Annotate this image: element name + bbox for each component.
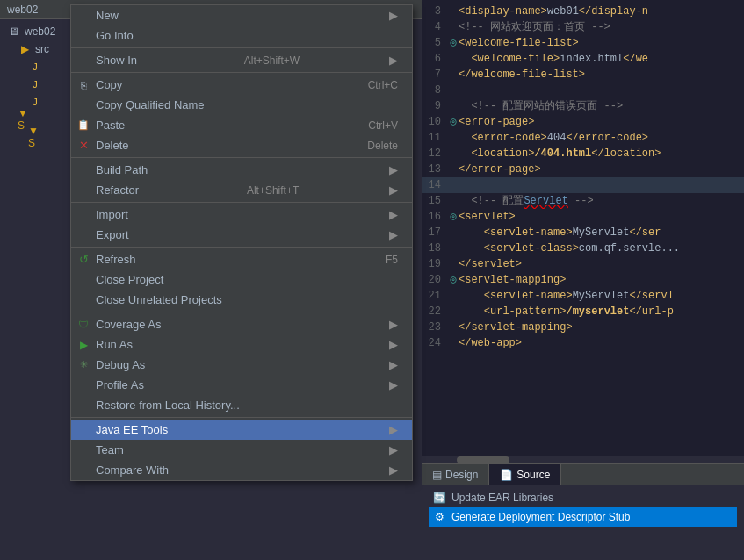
delete-icon: ✕ xyxy=(76,139,90,153)
line-content: <!-- 配置网站的错误页面 --> xyxy=(459,98,737,114)
arrow-icon: ▶ xyxy=(389,208,398,221)
line-marker: ◎ xyxy=(448,35,459,51)
menu-item-new[interactable]: New ▶ xyxy=(71,5,412,25)
menu-item-label: Copy Qualified Name xyxy=(96,98,205,111)
line-content: <servlet-name>MyServlet</servl xyxy=(459,288,737,304)
line-number: 17 xyxy=(422,225,448,241)
line-number: 11 xyxy=(422,130,448,146)
shortcut-label: Delete xyxy=(350,140,398,152)
folder-icon: ▼ S xyxy=(28,130,42,144)
menu-item-label: Restore from Local History... xyxy=(96,398,240,412)
new-icon xyxy=(76,9,90,23)
line-content: </error-page> xyxy=(459,162,737,177)
profile-icon xyxy=(76,378,90,392)
design-tab-label: Design xyxy=(445,469,478,481)
bottom-panel-item-label: Update EAR Libraries xyxy=(451,492,553,504)
menu-item-label: Debug As xyxy=(96,358,145,371)
menu-item-build-path[interactable]: Build Path ▶ xyxy=(71,160,412,180)
context-menu: New ▶ Go Into Show In Alt+Shift+W ▶ ⎘ Co… xyxy=(70,4,413,481)
bottom-tabs-bar: ▤ Design 📄 Source xyxy=(422,463,744,485)
line-content: </web-app> xyxy=(459,335,737,351)
arrow-icon: ▶ xyxy=(389,9,398,22)
code-line: 21 <servlet-name>MyServlet</servl xyxy=(422,288,744,304)
code-line: 16 ◎ <servlet> xyxy=(422,209,744,225)
arrow-icon: ▶ xyxy=(389,423,398,436)
menu-item-copy-qualified[interactable]: Copy Qualified Name xyxy=(71,95,412,115)
code-line: 23 </servlet-mapping> xyxy=(422,319,744,335)
line-content: <location>/404.html</location> xyxy=(459,146,737,162)
line-number: 15 xyxy=(422,193,448,209)
line-content: <url-pattern>/myservlet</url-p xyxy=(459,304,737,319)
arrow-icon: ▶ xyxy=(389,443,398,456)
code-line: 13 </error-page> xyxy=(422,162,744,177)
menu-item-java-ee-tools[interactable]: Java EE Tools ▶ xyxy=(71,420,412,440)
code-content: 3 <display-name>web01</display-n 4 <!-- … xyxy=(422,0,744,355)
code-line: 14 xyxy=(422,177,744,193)
compare-icon xyxy=(76,463,90,477)
code-line: 22 <url-pattern>/myservlet</url-p xyxy=(422,304,744,319)
line-content: <welcome-file>index.html</we xyxy=(459,51,737,67)
menu-item-run-as[interactable]: ▶ Run As ▶ xyxy=(71,334,412,355)
menu-separator xyxy=(71,417,412,418)
arrow-icon: ▶ xyxy=(389,378,398,391)
java-icon: J xyxy=(28,60,42,74)
line-content: <servlet-name>MyServlet</ser xyxy=(459,225,737,241)
line-number: 8 xyxy=(422,83,448,98)
menu-item-paste[interactable]: 📋 Paste Ctrl+V xyxy=(71,115,412,135)
menu-item-copy[interactable]: ⎘ Copy Ctrl+C xyxy=(71,75,412,95)
menu-item-go-into[interactable]: Go Into xyxy=(71,25,412,46)
project-icon: 🖥 xyxy=(7,25,21,39)
menu-item-label: Close Project xyxy=(96,273,163,286)
tab-source[interactable]: 📄 Source xyxy=(489,464,561,485)
java-ee-icon xyxy=(76,423,90,437)
menu-separator xyxy=(71,47,412,48)
menu-item-profile-as[interactable]: Profile As ▶ xyxy=(71,375,412,395)
code-line: 19 </servlet> xyxy=(422,256,744,272)
code-line: 9 <!-- 配置网站的错误页面 --> xyxy=(422,98,744,114)
shortcut-label: Ctrl+V xyxy=(350,119,398,132)
close-project-icon xyxy=(76,273,90,287)
menu-item-refactor[interactable]: Refactor Alt+Shift+T ▶ xyxy=(71,180,412,200)
shortcut-label: Alt+Shift+W xyxy=(227,54,300,67)
menu-item-show-in[interactable]: Show In Alt+Shift+W ▶ xyxy=(71,50,412,70)
code-line: 5 ◎ <welcome-file-list> xyxy=(422,35,744,51)
menu-item-import[interactable]: Import ▶ xyxy=(71,205,412,225)
line-number: 18 xyxy=(422,241,448,256)
code-line: 11 <error-code>404</error-code> xyxy=(422,130,744,146)
menu-item-debug-as[interactable]: ✳ Debug As ▶ xyxy=(71,355,412,375)
line-content: <!-- 网站欢迎页面：首页 --> xyxy=(459,19,737,35)
menu-item-compare-with[interactable]: Compare With ▶ xyxy=(71,460,412,480)
code-line: 15 <!-- 配置Servlet --> xyxy=(422,193,744,209)
folder-icon: ▶ xyxy=(18,42,32,56)
code-line: 20 ◎ <servlet-mapping> xyxy=(422,272,744,288)
scrollbar-thumb[interactable] xyxy=(457,456,509,463)
refresh-icon: ↺ xyxy=(76,253,90,267)
menu-item-close-project[interactable]: Close Project xyxy=(71,269,412,290)
line-number: 13 xyxy=(422,162,448,177)
horizontal-scrollbar[interactable] xyxy=(422,456,744,463)
menu-item-restore-history[interactable]: Restore from Local History... xyxy=(71,395,412,415)
menu-item-label: Paste xyxy=(96,118,125,132)
menu-item-close-unrelated[interactable]: Close Unrelated Projects xyxy=(71,290,412,310)
menu-item-delete[interactable]: ✕ Delete Delete xyxy=(71,135,412,155)
bottom-panel-item-generate[interactable]: ⚙ Generate Deployment Descriptor Stub xyxy=(429,507,737,527)
arrow-icon: ▶ xyxy=(389,183,398,197)
build-path-icon xyxy=(76,163,90,177)
menu-item-label: Java EE Tools xyxy=(96,423,168,436)
menu-item-team[interactable]: Team ▶ xyxy=(71,440,412,460)
line-content: </servlet> xyxy=(459,256,737,272)
close-unrelated-icon xyxy=(76,293,90,307)
bottom-panel-item-update[interactable]: 🔄 Update EAR Libraries xyxy=(429,488,737,507)
arrow-icon: ▶ xyxy=(389,318,398,331)
tab-design[interactable]: ▤ Design xyxy=(422,464,489,485)
line-content: <servlet-mapping> xyxy=(459,272,737,288)
menu-item-export[interactable]: Export ▶ xyxy=(71,225,412,245)
shortcut-label: Alt+Shift+T xyxy=(229,184,299,197)
line-number: 6 xyxy=(422,51,448,67)
menu-item-label: Run As xyxy=(96,338,133,351)
coverage-icon: 🛡 xyxy=(76,318,90,332)
export-icon xyxy=(76,228,90,242)
menu-item-refresh[interactable]: ↺ Refresh F5 xyxy=(71,249,412,269)
menu-item-coverage-as[interactable]: 🛡 Coverage As ▶ xyxy=(71,314,412,334)
menu-item-label: Import xyxy=(96,208,128,221)
